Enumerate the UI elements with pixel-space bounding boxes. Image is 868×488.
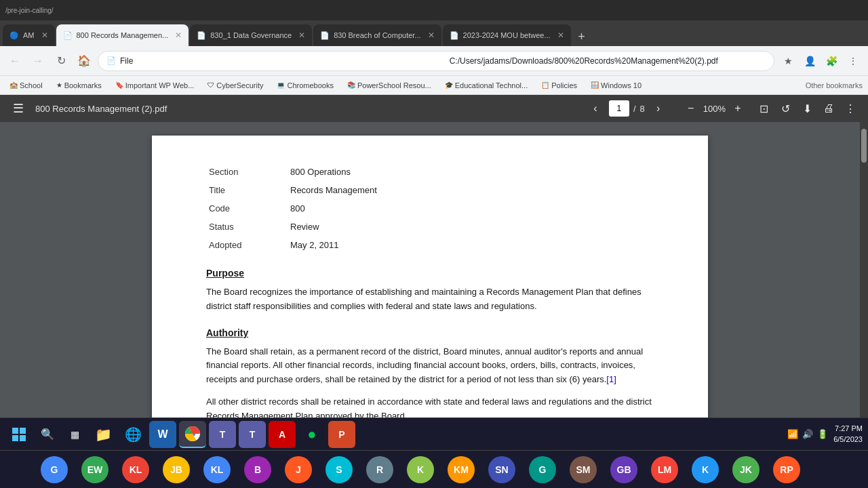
search-button[interactable]: 🔍 <box>35 422 60 447</box>
taskbar-teams1[interactable]: T <box>209 421 236 448</box>
document-info-table: Section800 OperationsTitleRecords Manage… <box>206 163 654 254</box>
authority-para2: All other district records shall be reta… <box>206 395 654 418</box>
zoom-out-button[interactable]: − <box>682 99 701 118</box>
browser-tab-800[interactable]: 📄 800 Records Managemen... ✕ <box>56 24 189 46</box>
rotate-button[interactable]: ↺ <box>776 99 795 118</box>
bookmark-icon: 🎓 <box>445 81 453 89</box>
scroll-track <box>860 129 868 418</box>
bookmark-educational-tech[interactable]: 🎓 Educational Technol... <box>441 80 532 91</box>
download-button[interactable]: ⬇ <box>797 99 816 118</box>
address-bar[interactable]: 📄 File C:/Users/jadams/Downloads/800%20R… <box>98 51 774 71</box>
person-avatar-EW[interactable]: EW <box>81 456 108 483</box>
person-avatar-LM[interactable]: LM <box>651 456 678 483</box>
person-avatar-JB[interactable]: JB <box>163 456 190 483</box>
more-tools-button[interactable]: ⋮ <box>841 99 860 118</box>
browser-tab-830-data[interactable]: 📄 830_1 Data Governance ✕ <box>190 24 312 46</box>
reload-button[interactable]: ↻ <box>52 52 71 70</box>
pdf-page: Section800 OperationsTitleRecords Manage… <box>152 136 708 418</box>
person-avatar-G1[interactable]: G <box>41 456 68 483</box>
page-separator: / <box>633 104 636 114</box>
browser-tab-mou[interactable]: 📄 2023-2024 MOU betwee... ✕ <box>443 24 571 46</box>
new-tab-button[interactable]: + <box>572 27 591 46</box>
taskbar-file-explorer[interactable]: 📁 <box>90 421 117 448</box>
next-page-button[interactable]: › <box>649 99 668 118</box>
bookmark-powerschool[interactable]: 📚 PowerSchool Resou... <box>343 80 435 91</box>
back-button[interactable]: ← <box>5 52 24 70</box>
scroll-thumb[interactable] <box>861 129 867 163</box>
authority-link1[interactable]: [1] <box>606 374 616 384</box>
extensions-button[interactable]: 🧩 <box>822 52 841 70</box>
zoom-level: 100% <box>703 104 726 114</box>
bookmark-wp[interactable]: 🔖 Important WP Web... <box>111 80 199 91</box>
bookmark-bookmarks[interactable]: ★ Bookmarks <box>52 80 106 91</box>
browser-tab-am[interactable]: 🔵 AM ✕ <box>3 24 55 46</box>
person-avatar-J[interactable]: J <box>285 456 312 483</box>
tab-close-800[interactable]: ✕ <box>175 30 182 40</box>
person-avatar-SM[interactable]: SM <box>570 456 597 483</box>
browser-tab-830-breach[interactable]: 📄 830 Breach of Computer... ✕ <box>313 24 441 46</box>
bookmark-school[interactable]: 🏫 School <box>5 80 47 91</box>
tab-favicon: 🔵 <box>9 31 19 40</box>
taskbar-green-app[interactable]: ● <box>298 421 326 448</box>
forward-button[interactable]: → <box>28 52 47 70</box>
taskbar-word[interactable]: W <box>149 421 176 448</box>
person-avatar-G2[interactable]: G <box>529 456 556 483</box>
person-avatar-KL2[interactable]: KL <box>203 456 231 483</box>
authority-heading: Authority <box>206 327 654 338</box>
fit-page-button[interactable]: ⊡ <box>754 99 773 118</box>
bookmark-label: Bookmarks <box>64 81 102 89</box>
person-avatar-RP[interactable]: RP <box>773 456 800 483</box>
pdf-content-area[interactable]: Section800 OperationsTitleRecords Manage… <box>0 122 860 418</box>
clock-date: 6/5/2023 <box>833 434 863 445</box>
person-avatar-S[interactable]: S <box>326 456 353 483</box>
bookmark-icon: 📋 <box>541 81 549 89</box>
other-bookmarks[interactable]: Other bookmarks <box>806 81 863 89</box>
page-number-input[interactable] <box>609 100 629 117</box>
tab-close-mou[interactable]: ✕ <box>557 30 564 40</box>
bookmark-policies[interactable]: 📋 Policies <box>537 80 581 91</box>
tab-close-830-breach[interactable]: ✕ <box>428 30 435 40</box>
person-avatar-K2[interactable]: K <box>692 456 719 483</box>
person-avatar-GB[interactable]: GB <box>610 456 637 483</box>
volume-icon: 🔊 <box>802 429 813 439</box>
tab-close-am[interactable]: ✕ <box>41 30 48 40</box>
taskbar-powerpoint[interactable]: P <box>328 421 355 448</box>
person-avatar-JK[interactable]: JK <box>732 456 760 483</box>
zoom-in-button[interactable]: + <box>728 99 747 118</box>
tab-favicon: 📄 <box>450 31 459 40</box>
taskbar-chrome[interactable] <box>179 421 206 448</box>
start-button[interactable] <box>5 421 33 448</box>
bookmark-label: Windows 10 <box>601 81 642 89</box>
taskbar-teams2[interactable]: T <box>239 421 266 448</box>
print-button[interactable]: 🖨 <box>819 99 838 118</box>
tab-close-830-data[interactable]: ✕ <box>298 30 305 40</box>
tab-favicon: 📄 <box>197 31 206 40</box>
widgets-button[interactable]: ▦ <box>62 422 87 447</box>
profile-button[interactable]: 👤 <box>800 52 819 70</box>
person-avatar-K[interactable]: K <box>407 456 434 483</box>
tab-label: 2023-2024 MOU betwee... <box>463 31 551 39</box>
more-button[interactable]: ⋮ <box>844 52 863 70</box>
tab-label: 800 Records Managemen... <box>77 31 169 39</box>
pdf-menu-button[interactable]: ☰ <box>8 98 28 119</box>
person-avatar-SN[interactable]: SN <box>488 456 515 483</box>
home-button[interactable]: 🏠 <box>75 52 94 70</box>
taskbar-acrobat[interactable]: A <box>269 421 296 448</box>
shield-icon: 🛡 <box>208 81 214 89</box>
person-avatar-B[interactable]: B <box>244 456 271 483</box>
person-avatar-KL[interactable]: KL <box>122 456 149 483</box>
bookmark-windows10[interactable]: 🪟 Windows 10 <box>587 80 646 91</box>
bookmark-label: Chromebooks <box>287 81 333 89</box>
bookmark-chromebooks[interactable]: 💻 Chromebooks <box>273 80 337 91</box>
tab-label: AM <box>23 31 35 39</box>
pdf-scrollbar[interactable] <box>860 122 868 418</box>
prev-page-button[interactable]: ‹ <box>586 99 605 118</box>
title-bar: /pre-join-calling/ <box>0 0 868 20</box>
person-avatar-R[interactable]: R <box>366 456 393 483</box>
bookmark-button[interactable]: ★ <box>778 52 797 70</box>
bookmark-cybersecurity[interactable]: 🛡 CyberSecurity <box>203 80 267 91</box>
system-clock[interactable]: 7:27 PM 6/5/2023 <box>833 424 863 445</box>
taskbar-edge[interactable]: 🌐 <box>119 421 146 448</box>
tab-bar: 🔵 AM ✕ 📄 800 Records Managemen... ✕ 📄 83… <box>0 20 868 46</box>
person-avatar-KM[interactable]: KM <box>448 456 475 483</box>
